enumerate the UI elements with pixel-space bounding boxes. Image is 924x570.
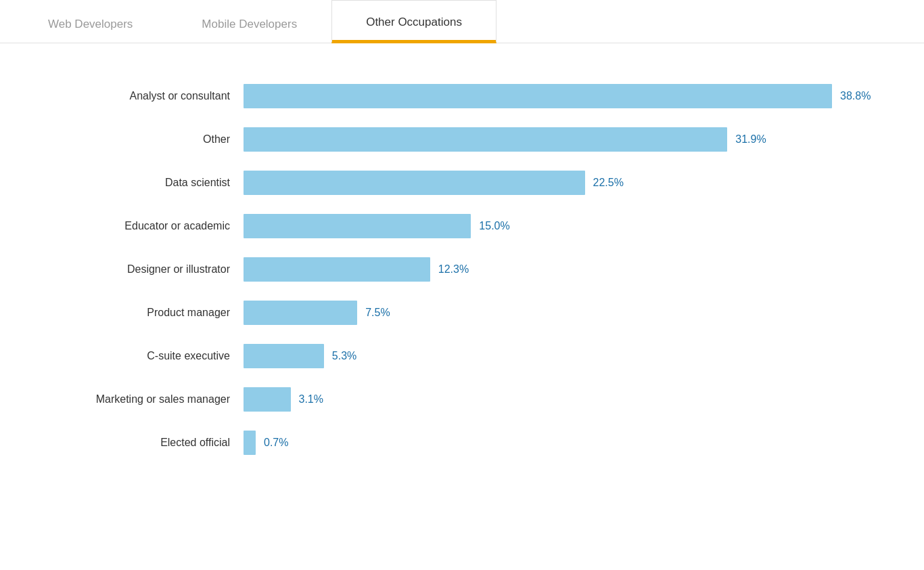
bar-value: 3.1% [299,393,323,405]
bar-fill [244,84,832,108]
bar-label: Elected official [54,437,244,449]
bar-track: 0.7% [244,431,870,455]
bar-label: Data scientist [54,177,244,189]
bar-fill [244,171,585,195]
bar-fill [244,431,256,455]
bar-value: 38.8% [840,90,871,102]
bar-fill [244,301,357,325]
bar-track: 3.1% [244,387,870,412]
bar-fill [244,344,324,368]
bar-value: 5.3% [332,350,356,362]
bar-row: Product manager7.5% [54,301,870,325]
tab-other-occupations[interactable]: Other Occupations [331,0,496,43]
bar-fill [244,257,430,282]
bar-value: 12.3% [438,263,469,276]
bar-row: C-suite executive5.3% [54,344,870,368]
bar-label: C-suite executive [54,350,244,362]
bar-track: 31.9% [244,127,870,152]
bar-label: Analyst or consultant [54,90,244,102]
bar-row: Data scientist22.5% [54,171,870,195]
bar-value: 0.7% [264,437,288,449]
bar-label: Educator or academic [54,220,244,232]
chart-area: Analyst or consultant38.8%Other31.9%Data… [0,70,924,501]
bar-fill [244,387,291,412]
bar-track: 12.3% [244,257,870,282]
tab-mobile-developers[interactable]: Mobile Developers [167,2,331,43]
bar-row: Designer or illustrator12.3% [54,257,870,282]
bar-fill [244,127,727,152]
bar-label: Product manager [54,307,244,319]
bar-value: 15.0% [479,220,509,232]
bar-row: Marketing or sales manager3.1% [54,387,870,412]
bar-label: Designer or illustrator [54,263,244,276]
bar-value: 7.5% [365,307,390,319]
bar-track: 38.8% [244,84,871,108]
bar-value: 31.9% [735,133,766,146]
bar-row: Elected official0.7% [54,431,870,455]
tab-web-developers[interactable]: Web Developers [14,2,167,43]
tabs-container: Web DevelopersMobile DevelopersOther Occ… [0,0,924,43]
bar-row: Analyst or consultant38.8% [54,84,870,108]
bar-track: 22.5% [244,171,870,195]
bar-row: Educator or academic15.0% [54,214,870,238]
bar-fill [244,214,471,238]
bar-track: 7.5% [244,301,870,325]
bar-value: 22.5% [593,177,624,189]
bar-label: Marketing or sales manager [54,393,244,405]
bar-row: Other31.9% [54,127,870,152]
bar-label: Other [54,133,244,146]
bar-track: 5.3% [244,344,870,368]
bar-track: 15.0% [244,214,870,238]
